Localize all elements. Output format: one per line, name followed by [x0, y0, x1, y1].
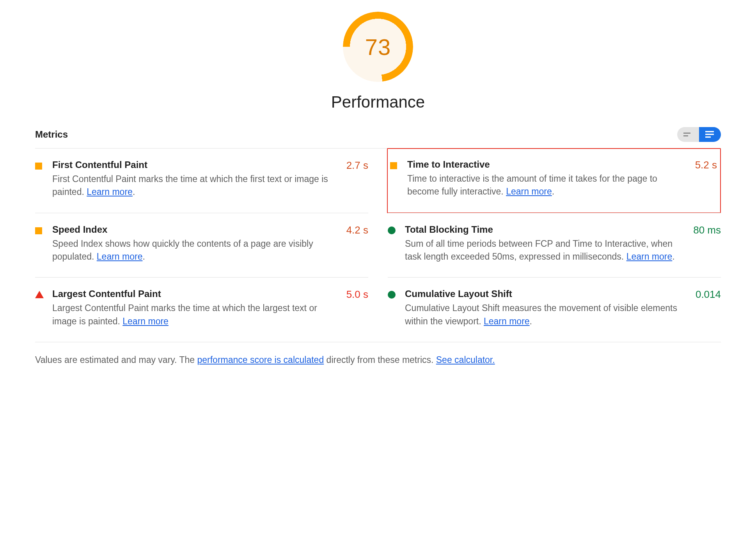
learn-more-link[interactable]: Learn more	[626, 251, 673, 262]
performance-gauge: 73 Performance	[35, 12, 721, 111]
see-calculator-link[interactable]: See calculator.	[436, 355, 495, 365]
metric-name: Speed Index	[52, 224, 339, 235]
metric-name: Largest Contentful Paint	[52, 288, 339, 299]
learn-more-link[interactable]: Learn more	[122, 316, 169, 326]
metric-speed-index: Speed Index Speed Index shows how quickl…	[35, 213, 368, 278]
metric-tbt: Total Blocking Time Sum of all time peri…	[388, 213, 721, 278]
metric-name: First Contentful Paint	[52, 159, 339, 170]
metric-description: Time to interactive is the amount of tim…	[407, 172, 687, 198]
metric-name: Total Blocking Time	[405, 224, 685, 235]
metric-value: 5.0 s	[346, 288, 368, 301]
gauge-ring: 73	[343, 12, 413, 82]
metric-value: 80 ms	[693, 224, 721, 236]
metric-value: 5.2 s	[695, 159, 717, 171]
metric-description: Speed Index shows how quickly the conten…	[52, 237, 339, 264]
view-toggle-expanded[interactable]	[699, 127, 721, 142]
metric-tti: Time to Interactive Time to interactive …	[387, 148, 721, 213]
svg-rect-1	[683, 135, 688, 136]
metric-name: Time to Interactive	[407, 159, 687, 170]
svg-rect-4	[705, 136, 711, 138]
metric-description: Largest Contentful Paint marks the time …	[52, 302, 339, 328]
svg-rect-3	[705, 134, 714, 135]
gauge-score: 73	[343, 12, 413, 82]
metric-cls: Cumulative Layout Shift Cumulative Layou…	[388, 277, 721, 342]
square-icon	[35, 161, 44, 170]
learn-more-link[interactable]: Learn more	[506, 186, 552, 196]
triangle-icon	[35, 290, 44, 299]
view-toggle-collapsed[interactable]	[677, 127, 699, 142]
collapsed-lines-icon	[683, 132, 693, 137]
metrics-grid: First Contentful Paint First Contentful …	[35, 149, 721, 342]
performance-score-link[interactable]: performance score is calculated	[197, 355, 324, 365]
circle-icon	[388, 226, 396, 234]
metric-fcp: First Contentful Paint First Contentful …	[35, 149, 368, 213]
svg-rect-2	[705, 131, 714, 132]
metric-description: First Contentful Paint marks the time at…	[52, 173, 339, 199]
metric-value: 4.2 s	[346, 224, 368, 236]
metric-value: 0.014	[696, 288, 721, 301]
square-icon	[390, 161, 399, 169]
learn-more-link[interactable]: Learn more	[484, 316, 530, 326]
metric-description: Sum of all time periods between FCP and …	[405, 237, 685, 264]
metrics-heading: Metrics	[35, 129, 68, 140]
metric-name: Cumulative Layout Shift	[405, 288, 688, 299]
footnote: Values are estimated and may vary. The p…	[35, 353, 721, 367]
metric-description: Cumulative Layout Shift measures the mov…	[405, 302, 688, 328]
expanded-lines-icon	[705, 131, 715, 138]
metric-lcp: Largest Contentful Paint Largest Content…	[35, 277, 368, 342]
view-toggle	[677, 127, 721, 142]
metric-value: 2.7 s	[346, 159, 368, 172]
learn-more-link[interactable]: Learn more	[87, 187, 133, 197]
square-icon	[35, 226, 44, 234]
learn-more-link[interactable]: Learn more	[97, 251, 143, 262]
circle-icon	[388, 290, 396, 299]
svg-rect-0	[683, 133, 690, 134]
gauge-title: Performance	[331, 93, 425, 111]
